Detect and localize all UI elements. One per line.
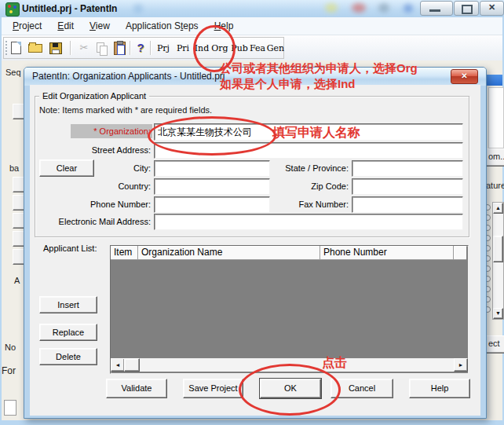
city-label: City: [30,163,151,173]
zip-code-input[interactable] [352,178,463,195]
scroll-right-button[interactable]: ► [454,358,468,372]
bg-scroll-up-button[interactable]: ▲ [493,203,503,214]
state-province-input[interactable] [352,160,463,177]
menu-application-steps[interactable]: Application Steps [118,18,206,34]
open-folder-icon [28,44,42,53]
column-header-filler [454,246,466,260]
scrollbar-thumb[interactable] [124,358,140,372]
copy-button[interactable] [93,40,111,56]
zip-code-label: Zip Code: [226,181,349,191]
required-fields-note: Note: Items marked with * are required f… [39,105,212,115]
annotation-circle-ok-button [239,364,341,416]
phone-number-label: Phone Number: [30,200,151,209]
save-project-button[interactable]: Save Project [183,379,243,398]
annotation-line2: 如果是个人申请，选择Ind [220,77,356,92]
validate-button[interactable]: Validate [106,379,167,398]
column-header-item[interactable]: Item [111,246,138,260]
organization-label: * Organization: [71,124,152,138]
applicant-list-body[interactable] [111,260,466,358]
step-button-gen[interactable]: Gen [266,42,285,55]
column-header-phone-number[interactable]: Phone Number [320,246,454,260]
menu-edit[interactable]: Edit [49,18,82,34]
insert-button[interactable]: Insert [39,296,97,313]
step-button-prj[interactable]: Prj [154,42,173,55]
patentin-app-icon [5,2,20,16]
bg-page-icon [4,400,16,416]
bg-label-a: A [14,276,20,285]
street-address-label: Street Address: [30,145,151,155]
new-document-icon [11,42,21,54]
patentin-main-window-background: Seq ba A No For om... atures ▲ ▼ ect [2,60,502,420]
bg-selection-strip [487,75,502,86]
new-project-button[interactable] [7,40,24,56]
menu-project[interactable]: Project [5,18,49,34]
bg-button-select[interactable]: ect [485,335,504,354]
help-button[interactable]: ? [132,40,149,56]
bg-label-ba: ba [9,163,19,173]
desktop-blur [352,3,366,13]
paste-button[interactable] [111,40,129,56]
column-header-organization-name[interactable]: Organization Name [138,246,320,260]
toolbar-separator [130,41,131,55]
desktop-blur [404,4,413,13]
bg-label-seq: Seq [5,68,21,77]
window-close-button[interactable]: ✕ [480,1,504,16]
scroll-down-icon: ▼ [495,310,501,316]
maximize-button[interactable] [454,1,479,16]
email-label: Electronic Mail Address: [30,217,151,226]
annotation-ellipse-organization [148,116,276,156]
accel-key: P [13,20,19,31]
delete-button[interactable]: Delete [39,348,97,365]
bg-scrollbar-thumb[interactable] [493,236,503,262]
dialog-title: PatentIn: Organization Applicants - Unti… [32,71,225,82]
maximize-icon [462,5,473,14]
annotation-click-hint: 点击 [322,355,347,372]
step-button-fea[interactable]: Fea [248,42,267,55]
bg-white-panel [488,87,504,148]
scroll-left-button[interactable]: ◄ [111,358,125,372]
annotation-line1: 公司或者其他组织为申请人，选择Org [220,61,418,76]
menu-bar: Project Edit View Application Steps Help [2,17,502,35]
minimize-icon [429,9,440,12]
applicant-list-label: Applicant List: [43,244,114,253]
minimize-button[interactable] [420,1,453,16]
desktop-blur [133,4,143,13]
open-project-button[interactable] [27,40,44,56]
toolbar-separator [70,41,71,55]
toolbar-band: ✂ ? Prj Pri Ind Org Pub Fea Gen [3,37,284,59]
applicant-list-table: Item Organization Name Phone Number ◄ ► [110,245,469,374]
bg-label-features: atures [486,181,504,190]
menu-view[interactable]: View [82,18,118,34]
dialog-close-button[interactable]: ✕ [451,69,478,84]
window-titlebar: Untitled.prj - PatentIn ✕ [0,0,504,17]
toolbar: ✂ ? Prj Pri Ind Org Pub Fea Gen [2,35,502,61]
scroll-up-icon: ▲ [495,205,501,211]
annotation-fill-hint: 填写申请人名称 [272,125,360,141]
question-mark-icon: ? [137,41,144,54]
fax-number-input[interactable] [352,196,463,213]
save-project-button[interactable] [47,40,64,56]
paste-clipboard-icon [114,42,126,55]
fax-number-label: Fax Number: [226,200,349,209]
step-button-pri[interactable]: Pri [173,42,192,55]
scroll-right-icon: ► [458,362,464,368]
patentin-window: Untitled.prj - PatentIn ✕ Project Edit V… [0,0,504,425]
copy-pages-icon [97,42,104,53]
bg-button-custom[interactable]: om... [485,148,504,167]
state-province-label: State / Province: [226,163,349,173]
window-title: Untitled.prj - PatentIn [22,3,117,14]
email-input[interactable] [154,214,463,230]
replace-button[interactable]: Replace [39,324,97,341]
organization-applicants-dialog: PatentIn: Organization Applicants - Unti… [24,67,487,419]
accel-key: V [89,20,96,31]
cut-scissors-icon: ✂ [80,42,89,53]
bg-label-no: No [5,343,16,352]
bg-scroll-down-button[interactable]: ▼ [493,308,503,319]
save-floppy-icon [49,42,62,54]
close-icon: ✕ [461,71,467,80]
scroll-left-icon: ◄ [115,362,121,368]
cut-button[interactable]: ✂ [75,40,93,56]
help-dialog-button[interactable]: Help [409,379,470,398]
country-label: Country: [30,181,151,191]
desktop-blur [378,3,389,13]
